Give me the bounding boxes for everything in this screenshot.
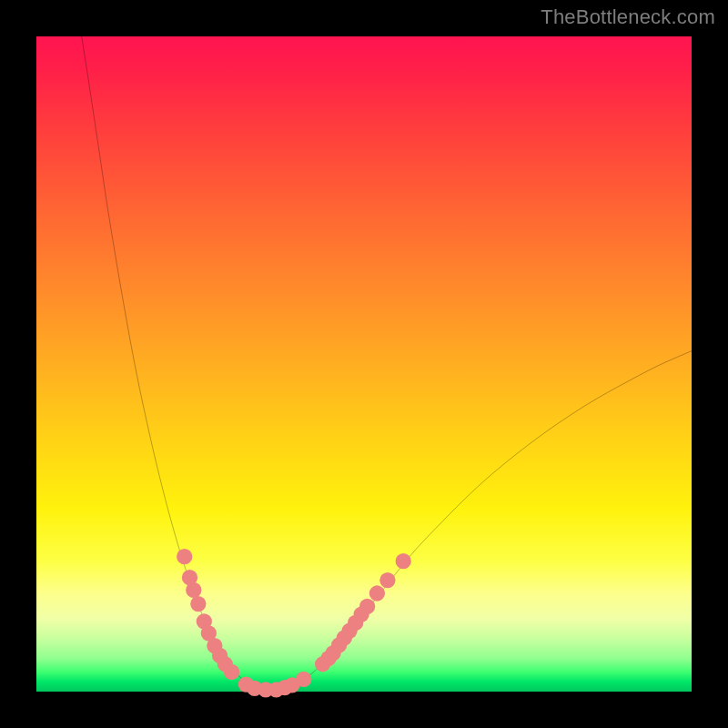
sample-marker xyxy=(186,582,201,598)
sample-marker xyxy=(177,549,192,564)
chart-svg xyxy=(36,36,692,692)
sample-marker xyxy=(369,585,385,601)
sample-marker xyxy=(224,664,239,680)
bottleneck-curve xyxy=(82,36,692,690)
sample-marker xyxy=(190,596,206,612)
sample-marker xyxy=(296,672,311,687)
sample-marker xyxy=(379,572,395,588)
chart-frame: TheBottleneck.com xyxy=(0,0,728,728)
sample-marker xyxy=(359,599,375,614)
sample-markers xyxy=(177,549,411,697)
watermark-label: TheBottleneck.com xyxy=(541,5,715,29)
plot-area xyxy=(36,36,692,692)
sample-marker xyxy=(396,553,411,569)
